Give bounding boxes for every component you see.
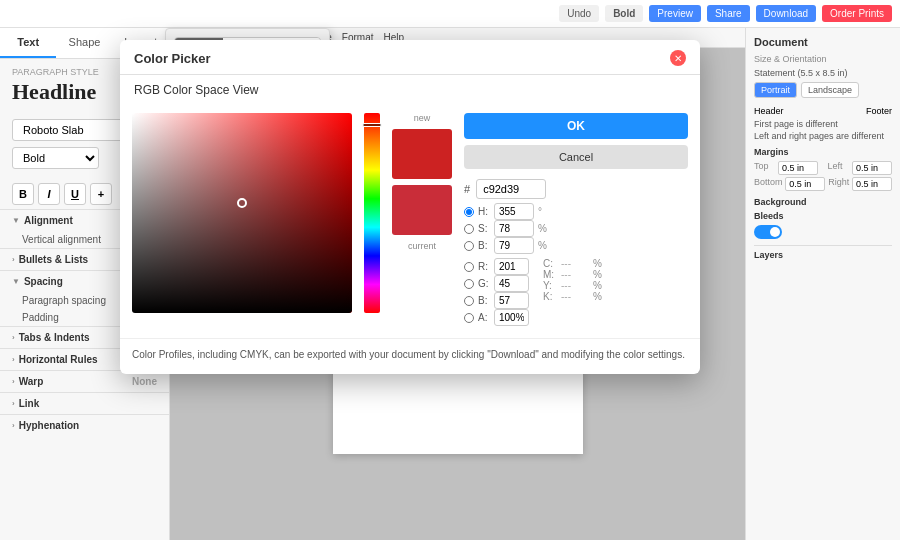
underline-style-button[interactable]: U: [64, 183, 86, 205]
c-row: C: --- %: [543, 258, 602, 269]
hex-input[interactable]: [476, 179, 546, 199]
order-prints-button[interactable]: Order Prints: [822, 5, 892, 22]
landscape-button[interactable]: Landscape: [801, 82, 859, 98]
undo-button[interactable]: Undo: [559, 5, 599, 22]
g-radio[interactable]: [464, 279, 474, 289]
a-radio[interactable]: [464, 313, 474, 323]
r-row: R:: [464, 258, 529, 275]
c-value: ---: [561, 258, 589, 269]
k-row: K: --- %: [543, 291, 602, 302]
ok-button[interactable]: OK: [464, 113, 688, 139]
bold-style-button[interactable]: B: [12, 183, 34, 205]
m-row: M: --- %: [543, 269, 602, 280]
first-page-different: First page is different: [754, 119, 892, 129]
italic-style-button[interactable]: I: [38, 183, 60, 205]
margins-label: Margins: [754, 147, 892, 157]
link-section[interactable]: › Link: [0, 392, 169, 414]
top-label: Top: [754, 161, 769, 175]
spacing-arrow: ▼: [12, 277, 20, 286]
s-unit: %: [538, 223, 547, 234]
color-gradient[interactable]: [132, 113, 352, 313]
warp-value: None: [132, 376, 157, 387]
b2-label: B:: [478, 295, 490, 306]
preview-button[interactable]: Preview: [649, 5, 701, 22]
k-label: K:: [543, 291, 557, 302]
rgb-values: R: G: B:: [464, 258, 529, 326]
right-label: Right: [828, 177, 849, 191]
tab-shape[interactable]: Shape: [56, 28, 112, 58]
bleeds-section: Bleeds: [754, 211, 892, 221]
add-style-button[interactable]: +: [90, 183, 112, 205]
bleeds-toggle[interactable]: [754, 225, 782, 239]
h-input[interactable]: [494, 203, 534, 220]
layers-section-label: Layers: [754, 245, 892, 260]
warp-arrow: ›: [12, 377, 15, 386]
y-value: ---: [561, 280, 589, 291]
y-percent: %: [593, 280, 602, 291]
bottom-margin-input[interactable]: [785, 177, 825, 191]
right-margin-input[interactable]: [852, 177, 892, 191]
color-preview-area: new current: [392, 113, 452, 326]
b2-radio[interactable]: [464, 296, 474, 306]
b-radio[interactable]: [464, 241, 474, 251]
hex-row: #: [464, 179, 688, 199]
bottom-label: Bottom: [754, 177, 783, 191]
k-percent: %: [593, 291, 602, 302]
b-input[interactable]: [494, 237, 534, 254]
spacing-label: Spacing: [24, 276, 63, 287]
link-label: Link: [19, 398, 40, 409]
preview-new-color: [392, 129, 452, 179]
orientation-buttons: Portrait Landscape: [754, 82, 892, 98]
top-margin-input[interactable]: [778, 161, 818, 175]
portrait-button[interactable]: Portrait: [754, 82, 797, 98]
picker-close-button[interactable]: ✕: [670, 50, 686, 66]
download-button[interactable]: Download: [756, 5, 816, 22]
g-input[interactable]: [494, 275, 529, 292]
right-panel: Document Size & Orientation Statement (5…: [745, 28, 900, 540]
hyphenation-arrow: ›: [12, 421, 15, 430]
alignment-label: Alignment: [24, 215, 73, 226]
r-radio[interactable]: [464, 262, 474, 272]
hyphenation-section[interactable]: › Hyphenation: [0, 414, 169, 436]
r-label: R:: [478, 261, 490, 272]
m-label: M:: [543, 269, 557, 280]
tabs-label: Tabs & Indents: [19, 332, 90, 343]
r-input[interactable]: [494, 258, 529, 275]
a-label: A:: [478, 312, 490, 323]
m-value: ---: [561, 269, 589, 280]
bottom-margin-row: Bottom Right: [754, 177, 892, 191]
y-row: Y: --- %: [543, 280, 602, 291]
new-label: new: [414, 113, 431, 123]
statement-size: Statement (5.5 x 8.5 in): [754, 68, 892, 78]
b2-input[interactable]: [494, 292, 529, 309]
gradient-dark: [132, 113, 352, 313]
h-label: H:: [478, 206, 490, 217]
c-label: C:: [543, 258, 557, 269]
s-radio[interactable]: [464, 224, 474, 234]
top-margin-row: Top Left: [754, 161, 892, 175]
a-input[interactable]: [494, 309, 529, 326]
picker-info-text: Color Profiles, including CMYK, can be e…: [120, 338, 700, 374]
cancel-button[interactable]: Cancel: [464, 145, 688, 169]
c-percent: %: [593, 258, 602, 269]
share-button[interactable]: Share: [707, 5, 750, 22]
s-input[interactable]: [494, 220, 534, 237]
document-title: Document: [754, 36, 892, 48]
picker-right-area: OK Cancel # H: ° S:: [464, 113, 688, 326]
picker-actions: OK Cancel: [464, 113, 688, 169]
current-label: current: [408, 241, 436, 251]
bold-button[interactable]: Bold: [605, 5, 643, 22]
m-percent: %: [593, 269, 602, 280]
bullets-arrow: ›: [12, 255, 15, 264]
h-radio[interactable]: [464, 207, 474, 217]
link-arrow: ›: [12, 399, 15, 408]
left-margin-input[interactable]: [852, 161, 892, 175]
picker-body: new current OK Cancel #: [120, 101, 700, 338]
b-row: B: %: [464, 237, 688, 254]
tab-text[interactable]: Text: [0, 28, 56, 58]
font-weight-select[interactable]: Bold: [12, 147, 99, 169]
y-label: Y:: [543, 280, 557, 291]
h-row: H: °: [464, 203, 688, 220]
picker-header: Color Picker ✕: [120, 40, 700, 75]
hue-strip[interactable]: [364, 113, 380, 313]
